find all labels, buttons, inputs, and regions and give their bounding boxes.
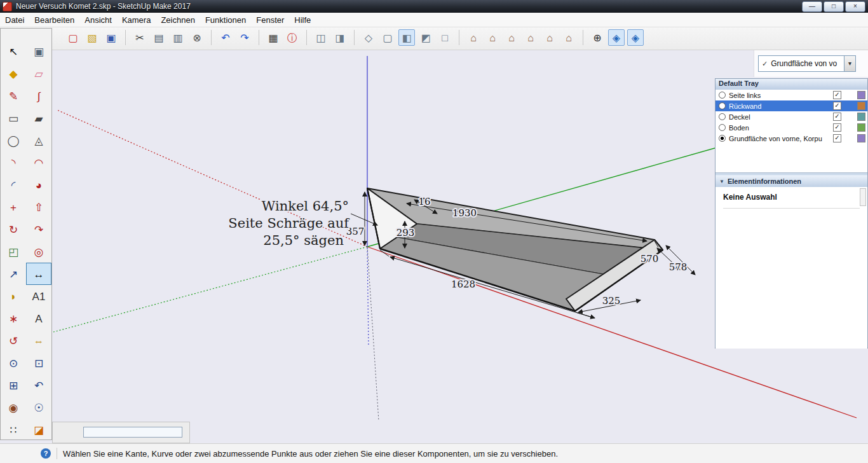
tool-freehand[interactable]: ∫ — [26, 85, 51, 107]
tool-section-plane[interactable]: ◪ — [26, 418, 51, 441]
tool-look-around[interactable]: ☉ — [26, 396, 51, 418]
style-hidden-line-button[interactable]: ▢ — [379, 29, 396, 46]
tray-title[interactable]: Default Tray — [715, 79, 867, 90]
cut-button[interactable]: ✂ — [132, 29, 148, 46]
tool-dimension[interactable]: ↔ — [26, 263, 51, 285]
tool-axes[interactable]: ∗ — [1, 307, 26, 329]
layer-row-rückwand[interactable]: Rückwand✓ — [715, 100, 867, 111]
layer-row-grundfläche-von-vorne-korpu[interactable]: Grundfläche von vorne, Korpu✓ — [715, 133, 867, 144]
tool-scale[interactable]: ◰ — [1, 240, 26, 263]
open-file-button[interactable]: ▧ — [84, 29, 100, 46]
tool-select[interactable]: ↖ — [1, 40, 26, 62]
title-bar[interactable]: Neuer Versuch Komet 2.skp - SketchUp Mak… — [0, 0, 868, 13]
collapse-icon[interactable]: ▼ — [719, 179, 724, 184]
new-file-button[interactable]: ▢ — [65, 29, 81, 46]
dim-label-bottom[interactable]: 1628 — [451, 279, 475, 290]
move-camera-button[interactable]: ⊕ — [589, 29, 606, 46]
help-icon[interactable]: ? — [41, 448, 51, 459]
layer-color-swatch[interactable] — [857, 102, 865, 110]
note-line-3[interactable]: 25,5° sägen — [263, 233, 344, 248]
print-button[interactable]: ▦ — [265, 29, 281, 46]
view-top-button[interactable]: ⌂ — [484, 29, 501, 46]
view-left-button[interactable]: ⌂ — [560, 29, 577, 46]
tool-pie[interactable]: ◕ — [26, 174, 51, 196]
tool-tape-measure[interactable]: ↗ — [1, 263, 26, 285]
style-xray-button[interactable]: ◫ — [313, 29, 329, 46]
dim-label-depth-inner[interactable]: 570 — [641, 253, 659, 265]
tool-offset[interactable]: ◎ — [26, 240, 51, 263]
view-right-button[interactable]: ⌂ — [522, 29, 539, 46]
note-line-1[interactable]: Winkel 64,5° — [262, 198, 349, 214]
scrollbar-thumb[interactable] — [860, 188, 866, 206]
layer-visible-checkbox[interactable]: ✓ — [833, 91, 841, 99]
note-line-2[interactable]: Seite Schräge auf — [228, 216, 350, 231]
tool-circle[interactable]: ◯ — [1, 129, 26, 151]
style-shaded-textures-button[interactable]: ◩ — [417, 29, 434, 46]
tool-protractor[interactable]: ◗ — [1, 285, 26, 307]
layer-row-boden[interactable]: Boden✓ — [715, 122, 867, 133]
tool-follow-me[interactable]: ↷ — [26, 218, 51, 240]
tool-rotate[interactable]: ↻ — [1, 218, 26, 240]
dim-label-right-bottom[interactable]: 325 — [602, 295, 621, 307]
delete-button[interactable]: ⊗ — [189, 29, 205, 46]
current-layer-radio[interactable] — [719, 102, 726, 109]
view-front-button[interactable]: ⌂ — [503, 29, 520, 46]
menu-zeichnen[interactable]: Zeichnen — [156, 14, 200, 26]
tool-line[interactable]: ✎ — [1, 85, 26, 107]
current-layer-radio[interactable] — [719, 135, 726, 142]
measurements-input[interactable] — [83, 427, 182, 438]
tool-eraser[interactable]: ▱ — [26, 62, 51, 85]
copy-button[interactable]: ▤ — [151, 29, 167, 46]
tool-rotated-rectangle[interactable]: ▰ — [26, 107, 51, 129]
element-info-header[interactable]: ▼ Elementinformationen — [715, 175, 867, 187]
tool-rectangle[interactable]: ▭ — [1, 107, 26, 129]
menu-ansicht[interactable]: Ansicht — [79, 14, 117, 26]
layer-color-swatch[interactable] — [857, 91, 865, 99]
close-button[interactable]: × — [845, 1, 865, 12]
layer-visible-checkbox[interactable]: ✓ — [833, 134, 841, 142]
menu-bearbeiten[interactable]: Bearbeiten — [29, 14, 79, 26]
tool-3d-text[interactable]: A — [26, 307, 51, 329]
undo-button[interactable]: ↶ — [217, 29, 234, 46]
model-info-button[interactable]: ⓘ — [284, 29, 301, 46]
layer-visible-checkbox[interactable]: ✓ — [833, 113, 841, 121]
minimize-button[interactable]: — — [802, 1, 822, 12]
dim-label-rim[interactable]: 16 — [418, 196, 430, 207]
tool-walk[interactable]: ∷ — [1, 418, 26, 441]
dim-label-inner-height[interactable]: 293 — [397, 227, 415, 238]
save-file-button[interactable]: ▣ — [103, 29, 119, 46]
dim-label-depth-outer[interactable]: 578 — [669, 261, 688, 273]
view-cube-front-button[interactable]: ◈ — [608, 29, 625, 46]
view-iso-button[interactable]: ⌂ — [465, 29, 482, 46]
tool-make-component[interactable]: ▣ — [26, 40, 51, 62]
tool-three-point-arc[interactable]: ◜ — [1, 174, 26, 196]
menu-hilfe[interactable]: Hilfe — [289, 14, 316, 26]
style-back-edges-button[interactable]: ◨ — [332, 29, 348, 46]
layer-visible-checkbox[interactable]: ✓ — [833, 123, 841, 132]
dim-label-top[interactable]: 1930 — [452, 207, 477, 219]
style-wireframe-button[interactable]: ◇ — [360, 29, 377, 46]
active-layer-combo[interactable]: ✓ Grundfläche von vo ▾ — [758, 55, 856, 72]
current-layer-radio[interactable] — [719, 113, 726, 120]
layer-color-swatch[interactable] — [857, 113, 865, 121]
menu-funktionen[interactable]: Funktionen — [200, 14, 251, 26]
tool-arc[interactable]: ◝ — [1, 151, 26, 174]
tool-polygon[interactable]: ◬ — [26, 129, 51, 151]
tool-zoom[interactable]: ⊙ — [1, 352, 26, 374]
tool-two-point-arc[interactable]: ◠ — [26, 151, 51, 174]
menu-kamera[interactable]: Kamera — [117, 14, 156, 26]
tool-orbit[interactable]: ↺ — [1, 329, 26, 352]
layer-color-swatch[interactable] — [857, 134, 865, 142]
redo-button[interactable]: ↷ — [236, 29, 253, 46]
maximize-button[interactable]: □ — [824, 1, 844, 12]
layer-row-seite-links[interactable]: Seite links✓ — [715, 90, 867, 100]
tool-text[interactable]: A1 — [26, 285, 51, 307]
tool-zoom-window[interactable]: ⊡ — [26, 352, 51, 374]
tool-paint-bucket[interactable]: ◆ — [1, 62, 26, 85]
current-layer-radio[interactable] — [719, 92, 726, 99]
layer-row-deckel[interactable]: Deckel✓ — [715, 111, 867, 122]
layer-visible-checkbox[interactable]: ✓ — [833, 102, 841, 110]
style-shaded-button[interactable]: ◧ — [398, 29, 415, 46]
view-back-button[interactable]: ⌂ — [541, 29, 558, 46]
view-cube-iso-button[interactable]: ◈ — [627, 29, 644, 46]
